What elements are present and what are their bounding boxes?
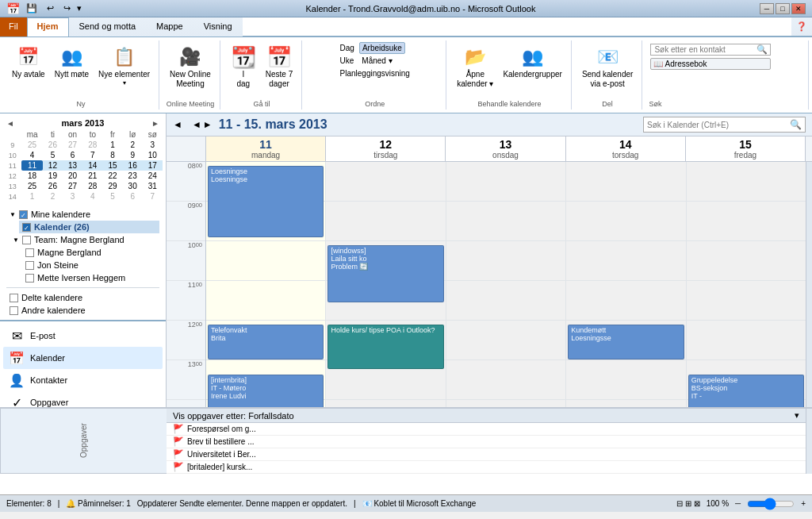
zoom-in-button[interactable]: + (801, 499, 806, 508)
day-cell-13[interactable] (446, 162, 566, 407)
mini-cal-day[interactable]: 5 (43, 150, 63, 160)
mini-cal-next[interactable]: ► (151, 119, 159, 128)
send-kalender-button[interactable]: 📧 Send kalendervia e-post (578, 42, 638, 91)
delte-checkbox[interactable] (10, 294, 18, 302)
mini-cal-day[interactable]: 9 (123, 150, 143, 160)
quickaccess-redo[interactable]: ↪ (60, 2, 74, 15)
scroll-area[interactable] (806, 162, 812, 407)
arbeidsuke-button[interactable]: Arbeidsuke (359, 42, 405, 54)
mini-cal-day[interactable]: 15 (102, 160, 122, 171)
team-magne-item[interactable]: ▼ Team: Magne Bergland (10, 233, 159, 246)
task-row-1[interactable]: 🚩 Forespørsel om g... (167, 423, 806, 436)
apne-kalender-button[interactable]: 📂 Åpnekalender ▾ (453, 42, 497, 91)
jon-item[interactable]: Jon Steine (22, 259, 159, 271)
mini-cal-day[interactable]: 3 (143, 140, 163, 150)
mini-cal-day[interactable]: 22 (102, 171, 122, 181)
day-cell-15[interactable]: GruppeledelseBS-seksjonIT - (687, 162, 806, 407)
mini-cal-prev[interactable]: ◄ (6, 119, 14, 128)
mini-cal-day[interactable]: 26 (43, 140, 63, 150)
uke-button[interactable]: Uke (337, 55, 358, 67)
new-online-meeting-button[interactable]: 🎥 New OnlineMeeting (166, 42, 215, 91)
mini-cal-day[interactable]: 1 (21, 191, 42, 202)
event-kundemote[interactable]: KundemøttLoesningsse (568, 325, 684, 359)
mini-cal-day[interactable]: 7 (82, 150, 102, 160)
kalender-item[interactable]: Kalender (26) (19, 221, 159, 233)
neste-7-button[interactable]: 📅 Neste 7dager (262, 42, 297, 91)
close-button[interactable]: ✕ (791, 3, 806, 14)
mini-cal-day[interactable]: 4 (21, 150, 42, 160)
mini-cal-day[interactable]: 25 (21, 181, 42, 191)
mini-cal-day[interactable]: 14 (82, 160, 102, 171)
tasks-dropdown[interactable]: ▾ (795, 410, 799, 421)
jon-checkbox[interactable] (25, 261, 34, 270)
event-windows[interactable]: [windowss]Laila sitt koProblem 🔄 (327, 245, 443, 302)
maned-button[interactable]: Måned ▾ (358, 55, 395, 67)
tab-fil[interactable]: Fil (0, 17, 27, 37)
planlegging-button[interactable]: Planleggingsvisning (337, 67, 413, 79)
tab-hjem[interactable]: Hjem (27, 17, 69, 37)
day-cell-11[interactable]: LoesningseLoesningse TelefonvaktBrita [i… (206, 162, 326, 407)
my-cal-arrow[interactable]: ▼ (10, 211, 16, 218)
event-telefonvakt[interactable]: TelefonvaktBrita (208, 325, 324, 359)
mette-item[interactable]: Mette Iversen Heggem (22, 271, 159, 284)
nav-kontakter[interactable]: 👤 Kontakter (3, 369, 163, 391)
my-calendars-header[interactable]: ▼ Mine kalendere (6, 208, 159, 221)
mette-checkbox[interactable] (25, 274, 34, 283)
magne-checkbox[interactable] (25, 248, 34, 257)
mini-cal-day[interactable]: 27 (63, 140, 82, 150)
mini-cal-day[interactable]: 6 (63, 150, 82, 160)
mini-cal-day[interactable]: 10 (143, 150, 163, 160)
mini-cal-day[interactable]: 16 (123, 160, 143, 171)
day-cell-14[interactable]: KundemøttLoesningsse (566, 162, 686, 407)
mini-cal-day[interactable]: 2 (123, 140, 143, 150)
event-kurs[interactable]: Holde kurs/ tipse POA i Outlook? (327, 325, 443, 369)
mini-cal-day[interactable]: 5 (102, 191, 122, 202)
mini-cal-day[interactable]: 11 (21, 160, 42, 171)
sidebar-collapse-btn[interactable]: ◄ (173, 119, 182, 130)
mini-cal-day[interactable]: 7 (143, 191, 163, 202)
i-dag-button[interactable]: 📆 Idag (227, 42, 260, 91)
day-cell-12[interactable]: [windowss]Laila sitt koProblem 🔄 Holde k… (326, 162, 446, 407)
maximize-button[interactable]: □ (776, 3, 790, 14)
cal-next-button[interactable]: ► (203, 119, 213, 130)
mini-cal-day[interactable]: 12 (43, 160, 63, 171)
team-checkbox[interactable] (22, 236, 31, 244)
event-gruppeledelse[interactable]: GruppeledelseBS-seksjonIT - (688, 375, 804, 407)
andre-item[interactable]: Andre kalendere (6, 304, 159, 317)
ny-avtale-button[interactable]: 📅 Ny avtale (8, 42, 49, 82)
mini-cal-day[interactable]: 25 (21, 140, 42, 150)
nav-epost[interactable]: ✉ E-post (3, 325, 163, 347)
mini-cal-day[interactable]: 8 (102, 150, 122, 160)
team-arrow[interactable]: ▼ (13, 236, 19, 244)
quickaccess-undo[interactable]: ↩ (44, 2, 57, 15)
mini-cal-day[interactable]: 19 (43, 171, 63, 181)
tab-mappe[interactable]: Mappe (146, 17, 193, 37)
mini-cal-day[interactable]: 3 (63, 191, 82, 202)
mini-cal-day[interactable]: 21 (82, 171, 102, 181)
contact-search-button[interactable]: 🔍 (754, 44, 770, 55)
event-loesningse[interactable]: LoesningseLoesningse (208, 166, 324, 237)
nye-elementer-button[interactable]: 📋 Nye elementer ▾ (94, 42, 154, 89)
mini-cal-day[interactable]: 4 (82, 191, 102, 202)
mini-cal-day[interactable]: 29 (102, 181, 122, 191)
tab-visning[interactable]: Visning (193, 17, 243, 37)
mini-cal-day[interactable]: 17 (143, 160, 163, 171)
help-button[interactable]: ❓ (796, 21, 807, 32)
mini-cal-day[interactable]: 23 (123, 171, 143, 181)
delte-item[interactable]: Delte kalendere (6, 291, 159, 304)
kalender-checkbox[interactable] (22, 223, 31, 232)
adressebok-button[interactable]: 📖 Adressebok (650, 58, 771, 70)
mini-cal-day[interactable]: 2 (43, 191, 63, 202)
task-row-4[interactable]: 🚩 [britaleder] kursk... (167, 461, 806, 474)
mini-cal-day[interactable]: 27 (63, 181, 82, 191)
contact-search-input[interactable] (651, 44, 754, 55)
kalendergrupper-button[interactable]: 👥 Kalendergrupper (499, 42, 566, 82)
tab-send-og-motta[interactable]: Send og motta (69, 17, 147, 37)
quickaccess-save[interactable]: 💾 (23, 2, 40, 15)
mini-cal-day[interactable]: 20 (63, 171, 82, 181)
mini-cal-day[interactable]: 18 (21, 171, 42, 181)
task-row-3[interactable]: 🚩 Universitetet i Ber... (167, 448, 806, 461)
magne-item[interactable]: Magne Bergland (22, 246, 159, 259)
zoom-slider[interactable] (747, 499, 795, 509)
mini-cal-day[interactable]: 1 (102, 140, 122, 150)
